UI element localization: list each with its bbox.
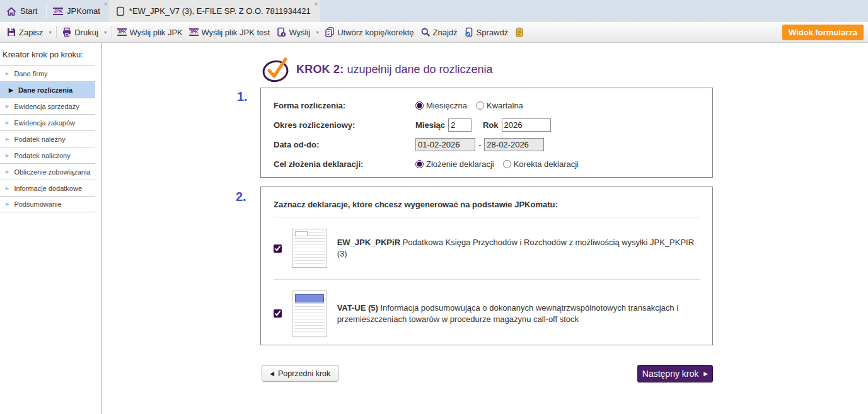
next-step-label: Następny krok — [642, 369, 698, 379]
send-button[interactable]: Wyślij — [273, 25, 313, 40]
date-to-input[interactable] — [484, 138, 544, 151]
settlement-settings-panel: Forma rozliczenia: Miesięczna Kwartalna … — [260, 88, 713, 178]
verify-check-icon — [464, 27, 474, 37]
next-step-button[interactable]: Następny krok ▶ — [637, 365, 713, 382]
sidebar-item-dane-rozliczenia[interactable]: ▶Dane rozliczenia — [0, 81, 95, 98]
rok-input[interactable] — [502, 118, 551, 132]
cel-zlozenia-label: Cel złożenia deklaracji: — [274, 159, 415, 169]
send-jpk-test-button[interactable]: JPK Wyślij plik JPK test — [186, 25, 274, 40]
previous-step-label: Poprzedni krok — [278, 369, 330, 378]
sidebar-item-dane-firmy[interactable]: ▶Dane firmy — [0, 65, 95, 81]
chevron-right-icon: ▶ — [6, 170, 9, 175]
date-range-separator: - — [478, 140, 481, 149]
vatue-name: VAT-UE (5) — [337, 303, 378, 313]
vatue-thumbnail — [292, 290, 327, 337]
print-dropdown-arrow[interactable]: ▼ — [101, 28, 110, 37]
send-jpk-button[interactable]: JPK Wyślij plik JPK — [114, 25, 186, 40]
pkpir-name: EW_JPK_PKPiR — [337, 238, 400, 247]
previous-step-button[interactable]: ◀ Poprzedni krok — [262, 365, 339, 382]
sidebar-item-podatek-nalezny[interactable]: ▶Podatek należny — [0, 130, 95, 147]
step-check-icon — [262, 55, 291, 84]
chevron-right-icon: ▶ — [6, 71, 9, 76]
cel-zlozenie-radio[interactable] — [415, 160, 424, 168]
tab-start-label: Start — [20, 6, 37, 16]
tab-jpkomat[interactable]: JPK JPKomat × — [47, 0, 108, 22]
sidebar-item-label: Podsumowanie — [14, 200, 61, 208]
send-dropdown-arrow[interactable]: ▼ — [313, 28, 321, 37]
cel-korekta-label: Korekta deklaracji — [514, 159, 579, 169]
print-button[interactable]: Drukuj — [59, 25, 101, 40]
save-icon — [6, 27, 16, 37]
wizard-sidebar: Kreator krok po kroku: ▶Dane firmy ▶Dane… — [0, 43, 101, 414]
okres-rozliczeniowy-label: Okres rozliczeniowy: — [274, 120, 415, 130]
jpk-badge-icon: JPK — [53, 8, 63, 15]
close-icon[interactable]: × — [103, 1, 107, 7]
main-content: KROK 2: uzupełnij dane do rozliczenia 1.… — [102, 43, 868, 414]
jpk-badge-icon: JPK — [189, 28, 199, 36]
print-label: Drukuj — [74, 28, 98, 37]
chevron-right-icon: ▶ — [6, 186, 9, 191]
sidebar-item-label: Informacje dodatkowe — [14, 185, 82, 192]
close-icon[interactable]: × — [314, 1, 318, 7]
data-od-do-label: Data od-do: — [274, 140, 415, 149]
sidebar-item-label: Dane rozliczenia — [18, 86, 72, 94]
sidebar-item-obliczenie-zobowiazania[interactable]: ▶Obliczenie zobowiązania — [0, 163, 95, 180]
chevron-right-icon: ▶ — [6, 153, 9, 158]
vatue-desc-text: Informacja podsumowująca o dokonanych we… — [337, 303, 678, 324]
pkpir-checkbox[interactable] — [274, 244, 282, 253]
create-copy-label: Utwórz kopię/korektę — [337, 28, 414, 37]
toolbar-divider — [112, 26, 112, 38]
send-icon — [276, 27, 286, 37]
forma-miesieczna-radio[interactable] — [415, 101, 424, 110]
find-label: Znajdź — [433, 28, 458, 37]
miesiac-input[interactable] — [448, 118, 472, 132]
chevron-right-icon: ▶ — [9, 87, 13, 93]
forma-miesieczna-label: Miesięczna — [426, 101, 467, 110]
form-view-button[interactable]: Widok formularza — [782, 25, 864, 40]
print-icon — [62, 27, 72, 37]
verify-label: Sprawdź — [477, 28, 509, 37]
jpk-badge-icon: JPK — [117, 28, 127, 36]
tab-jpkomat-label: JPKomat — [67, 6, 100, 16]
cel-korekta-radio[interactable] — [503, 160, 511, 168]
sidebar-item-label: Ewidencja sprzedaży — [14, 103, 79, 110]
tab-bar: Start JPK JPKomat × *EW_JPK_V7 (3), E-FI… — [0, 0, 868, 22]
declarations-panel: Zaznacz deklaracje, które chcesz wygener… — [260, 187, 713, 345]
clipboard-button[interactable] — [511, 25, 528, 40]
sidebar-item-label: Podatek należny — [14, 135, 65, 143]
sidebar-item-label: Obliczenie zobowiązania — [14, 168, 90, 176]
section-1-number: 1. — [237, 89, 248, 104]
sidebar-item-ewidencja-sprzedazy[interactable]: ▶Ewidencja sprzedaży — [0, 98, 95, 114]
sidebar-header: Kreator krok po kroku: — [0, 43, 101, 65]
document-icon — [115, 6, 125, 16]
create-copy-button[interactable]: Utwórz kopię/korektę — [321, 25, 417, 40]
forma-kwartalna-label: Kwartalna — [487, 101, 523, 110]
declarations-heading: Zaznacz deklaracje, które chcesz wygener… — [261, 187, 712, 217]
toolbar-divider — [56, 26, 57, 38]
chevron-right-icon: ▶ — [6, 202, 9, 207]
find-button[interactable]: Znajdź — [417, 25, 461, 40]
step-number-label: KROK 2: — [296, 63, 344, 76]
home-icon — [6, 6, 16, 16]
vatue-checkbox[interactable] — [274, 309, 282, 318]
sidebar-item-podatek-naliczony[interactable]: ▶Podatek naliczony — [0, 147, 95, 163]
sidebar-item-podsumowanie[interactable]: ▶Podsumowanie — [0, 196, 95, 212]
step-subtitle: uzupełnij dane do rozliczenia — [344, 63, 492, 76]
toolbar: Zapisz ▼ Drukuj ▼ JPK Wyślij plik JPK JP… — [0, 22, 868, 43]
sidebar-item-informacje-dodatkowe[interactable]: ▶Informacje dodatkowe — [0, 180, 95, 196]
rok-label: Rok — [483, 120, 499, 130]
save-dropdown-arrow[interactable]: ▼ — [46, 28, 54, 37]
tab-start[interactable]: Start — [0, 0, 46, 22]
forma-rozliczenia-row: Forma rozliczenia: Miesięczna Kwartalna — [274, 98, 712, 112]
sidebar-item-label: Podatek naliczony — [14, 152, 70, 159]
forma-kwartalna-radio[interactable] — [476, 101, 484, 110]
copy-icon — [325, 27, 335, 37]
date-from-input[interactable] — [415, 138, 475, 151]
sidebar-item-ewidencja-zakupow[interactable]: ▶Ewidencja zakupów — [0, 114, 95, 130]
send-jpk-label: Wyślij plik JPK — [129, 28, 182, 37]
save-button[interactable]: Zapisz — [3, 25, 46, 40]
tab-document-active[interactable]: *EW_JPK_V7 (3), E-FILE SP. Z O.O. 781193… — [109, 0, 320, 22]
search-icon — [420, 27, 431, 37]
tab-document-label: *EW_JPK_V7 (3), E-FILE SP. Z O.O. 781193… — [129, 6, 311, 16]
verify-button[interactable]: Sprawdź — [461, 25, 512, 40]
